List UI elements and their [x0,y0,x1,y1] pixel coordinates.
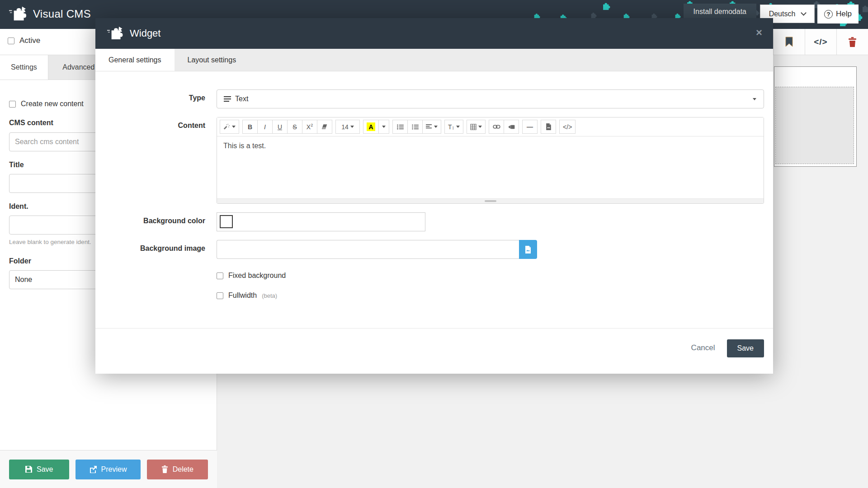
preview-label: Preview [101,465,127,474]
close-icon[interactable]: × [756,27,762,38]
font-size-value: 14 [341,123,349,131]
italic-button[interactable]: I [257,120,273,134]
fixed-background-row: Fixed background [217,272,764,280]
widget-puzzle-icon [107,26,124,41]
video-button[interactable] [504,120,519,134]
help-button[interactable]: ? Help [817,5,859,23]
editor-resize-bar[interactable] [217,198,764,203]
italic-glyph: I [264,123,266,131]
editor-toolbar: B I U S X2 [217,117,764,136]
strikethrough-button[interactable]: S [287,120,302,134]
paragraph-align-dropdown[interactable] [422,120,441,134]
browse-image-button[interactable] [519,240,537,259]
color-swatch[interactable] [220,215,233,228]
help-label: Help [836,9,852,19]
code-view-button[interactable]: </> [805,29,836,55]
create-new-content-checkbox[interactable] [9,101,16,108]
save-button[interactable]: Save [9,460,69,479]
background-image-label: Background image [95,240,217,259]
save-label: Save [37,465,53,474]
type-select[interactable]: Text [217,89,764,108]
eraser-icon [321,124,328,130]
code-view-button[interactable]: </> [559,120,576,134]
clear-formatting-button[interactable] [317,120,332,134]
table-dropdown[interactable] [467,120,486,134]
modal-footer: Cancel Save [95,328,773,374]
chevron-down-icon [434,126,438,128]
trash-icon [848,37,857,47]
editor-content-area[interactable]: This is a test. [217,136,764,198]
save-floppy-icon [25,466,32,473]
resize-grip-icon [485,200,496,202]
tab-settings[interactable]: Settings [0,55,48,80]
line-height-dropdown[interactable]: T↕ [444,120,463,134]
bold-glyph: B [248,123,252,131]
tab-general-settings[interactable]: General settings [95,49,175,71]
language-value: Deutsch [769,10,796,18]
app-brand: Visual CMS [9,6,91,22]
external-link-icon [90,466,97,473]
code-icon: </> [563,123,572,131]
underline-button[interactable]: U [272,120,288,134]
hr-icon: — [527,123,533,131]
active-checkbox[interactable] [8,38,14,44]
link-icon [493,124,500,129]
picture-button[interactable] [541,120,556,134]
text-color-caret-button[interactable] [378,120,389,134]
cancel-button[interactable]: Cancel [691,339,715,352]
fullwidth-checkbox[interactable] [217,292,223,299]
bullet-list-icon [397,124,404,130]
widget-modal: Widget × General settings Layout setting… [95,18,773,374]
bookmark-button[interactable] [773,29,805,55]
bookmark-icon [785,37,793,47]
background-color-label: Background color [95,212,217,231]
page-actions-toolbar: </> [773,29,868,55]
active-label: Active [19,36,40,45]
preview-button[interactable]: Preview [75,460,140,479]
table-icon [470,124,476,130]
content-label: Content [95,117,217,204]
background-color-input[interactable] [217,212,425,231]
chevron-down-icon [753,98,756,100]
page-canvas-widget-frame [774,66,857,167]
fixed-background-checkbox[interactable] [217,272,223,279]
numbered-list-icon [412,124,419,130]
sidebar-footer: Save Preview Delete [0,450,217,488]
tab-layout-settings[interactable]: Layout settings [175,49,250,71]
font-size-dropdown[interactable]: 14 [335,120,360,134]
fixed-background-label: Fixed background [228,272,286,280]
trash-icon [161,465,168,473]
modal-tabs: General settings Layout settings [95,49,773,71]
delete-page-button[interactable] [836,29,868,55]
app-title: Visual CMS [33,8,91,20]
chevron-down-icon [232,126,236,128]
delete-button[interactable]: Delete [147,460,208,479]
image-file-icon [546,123,552,130]
ordered-list-button[interactable] [407,120,423,134]
superscript-button[interactable]: X2 [302,120,317,134]
style-dropdown-button[interactable] [220,120,239,134]
type-value: Text [235,95,248,103]
image-file-icon [525,246,531,253]
type-label: Type [95,89,217,108]
horizontal-rule-button[interactable]: — [522,120,538,134]
chevron-down-icon [478,126,482,128]
bold-button[interactable]: B [242,120,258,134]
modal-save-button[interactable]: Save [727,339,764,357]
widget-modal-header: Widget × [95,18,773,49]
background-image-input[interactable] [217,240,519,259]
align-icon [426,124,432,130]
widget-placeholder-area[interactable] [775,87,854,164]
unordered-list-button[interactable] [392,120,408,134]
font-color-icon: A [367,122,375,131]
visual-cms-logo-icon [9,6,28,22]
code-icon: </> [814,37,827,47]
text-type-icon [224,95,231,103]
chevron-down-icon [382,126,386,128]
question-mark-icon: ? [824,10,833,19]
superscript-glyph: X2 [307,123,313,131]
beta-badge: (beta) [262,292,277,299]
text-color-button[interactable]: A [363,120,379,134]
fullwidth-label: Fullwidth [228,291,257,300]
link-button[interactable] [489,120,504,134]
